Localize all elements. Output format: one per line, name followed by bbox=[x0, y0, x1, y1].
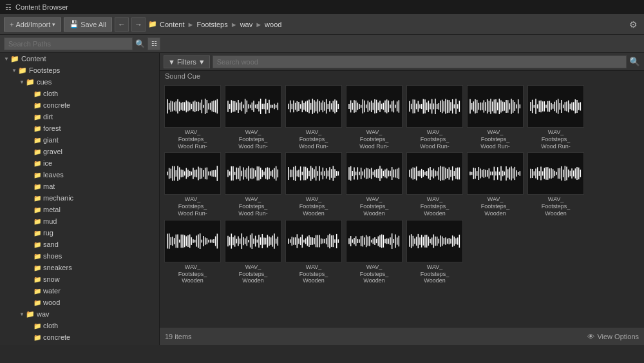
sidebar-label: Footsteps bbox=[29, 66, 60, 74]
folder-icon: 📁 bbox=[33, 90, 41, 97]
add-import-arrow: ▾ bbox=[52, 21, 55, 28]
sidebar-item-cues-giant[interactable]: 📁 giant bbox=[0, 134, 159, 146]
sound-cue-label: Sound Cue bbox=[160, 71, 644, 81]
sidebar-label: ice bbox=[43, 159, 52, 167]
asset-item[interactable]: WAV_ Footsteps_ Wood Run- bbox=[164, 152, 222, 217]
sidebar-item-cues-concrete[interactable]: 📁 concrete bbox=[0, 99, 159, 111]
save-all-button[interactable]: 💾 Save All bbox=[64, 17, 112, 32]
folder-icon: 📁 bbox=[33, 322, 41, 329]
sidebar-item-cues-mechanic[interactable]: 📁 mechanic bbox=[0, 192, 159, 204]
asset-item[interactable]: WAV_ Footsteps_ Wooden bbox=[345, 220, 403, 284]
asset-item[interactable]: WAV_ Footsteps_ Wood Run- bbox=[406, 85, 464, 150]
sidebar-label: cues bbox=[37, 78, 52, 86]
sidebar-item-wav-concrete[interactable]: 📁 concrete bbox=[0, 331, 159, 343]
search-paths-button[interactable]: 🔍 bbox=[135, 39, 145, 48]
sidebar-item-cues-cloth[interactable]: 📁 cloth bbox=[0, 88, 159, 99]
sidebar-label: wav bbox=[37, 310, 50, 318]
sidebar-item-wav-cloth[interactable]: 📁 cloth bbox=[0, 320, 159, 331]
sidebar-label: rug bbox=[43, 229, 53, 237]
sidebar-item-cues-leaves[interactable]: 📁 leaves bbox=[0, 169, 159, 181]
sidebar-item-cues-forest[interactable]: 📁 forest bbox=[0, 123, 159, 134]
sidebar-item-cues-sneakers[interactable]: 📁 sneakers bbox=[0, 262, 159, 273]
sidebar-label: concrete bbox=[43, 333, 70, 341]
asset-thumbnail bbox=[225, 220, 281, 262]
search-paths-input[interactable] bbox=[4, 37, 133, 50]
view-options-button[interactable]: 👁 View Options bbox=[587, 333, 639, 340]
search-content-input[interactable] bbox=[213, 55, 627, 68]
filters-dropdown[interactable]: ▼ Filters ▼ bbox=[164, 55, 210, 68]
sidebar-item-cues-gravel[interactable]: 📁 gravel bbox=[0, 146, 159, 157]
folder-icon: 📁 bbox=[33, 230, 41, 237]
sidebar-label: sneakers bbox=[43, 264, 72, 271]
asset-item[interactable]: WAV_ Footsteps_ Wood Run- bbox=[527, 85, 585, 150]
sidebar-item-cues-ice[interactable]: 📁 ice bbox=[0, 157, 159, 169]
sidebar-item-cues-rug[interactable]: 📁 rug bbox=[0, 227, 159, 239]
settings-button[interactable]: ⚙ bbox=[627, 18, 640, 31]
folder-icon: 📁 bbox=[18, 66, 27, 75]
asset-thumbnail bbox=[225, 85, 281, 128]
sidebar-label: cloth bbox=[43, 90, 58, 97]
asset-thumbnail bbox=[527, 85, 584, 128]
sidebar-item-cues-water[interactable]: 📁 water bbox=[0, 285, 159, 297]
asset-item[interactable]: WAV_ Footsteps_ Wooden bbox=[285, 220, 343, 284]
sidebar-label: wood bbox=[43, 299, 60, 306]
chevron-down-icon: ▼ bbox=[198, 58, 205, 66]
sidebar-item-cues-snow[interactable]: 📁 snow bbox=[0, 273, 159, 285]
asset-item[interactable]: WAV_ Footsteps_ Wood Run- bbox=[345, 85, 403, 150]
content-area: ▼ Filters ▼ 🔍 Sound Cue WAV_ Footsteps_ … bbox=[160, 53, 644, 345]
sidebar-label: dirt bbox=[43, 113, 53, 121]
sidebar-item-cues-mat[interactable]: 📁 mat bbox=[0, 181, 159, 192]
asset-thumbnail bbox=[467, 85, 524, 128]
add-import-button[interactable]: + Add/Import ▾ bbox=[4, 17, 61, 32]
sep2: ► bbox=[231, 21, 238, 28]
sidebar-item-wav[interactable]: ▼ 📁 wav bbox=[0, 308, 159, 320]
asset-item[interactable]: WAV_ Footsteps_ Wood Run- bbox=[466, 85, 524, 150]
sidebar-item-footsteps[interactable]: ▼ 📁 Footsteps bbox=[0, 64, 159, 76]
sidebar-label: mat bbox=[43, 182, 55, 190]
forward-button[interactable]: → bbox=[131, 17, 146, 32]
breadcrumb-wood[interactable]: wood bbox=[265, 21, 281, 28]
asset-item[interactable]: WAV_ Footsteps_ Wooden bbox=[345, 152, 403, 217]
asset-label: WAV_ Footsteps_ Wooden bbox=[406, 196, 463, 217]
back-button[interactable]: ← bbox=[115, 17, 129, 32]
sidebar-item-content[interactable]: ▼ 📁 Content bbox=[0, 53, 159, 64]
asset-item[interactable]: WAV_ Footsteps_ Wood Run- bbox=[285, 85, 343, 150]
folder-icon: 📁 bbox=[33, 148, 41, 155]
asset-item[interactable]: WAV_ Footsteps_ Wood Run- bbox=[164, 85, 222, 150]
asset-item[interactable]: WAV_ Footsteps_ Wooden bbox=[285, 152, 343, 217]
sidebar-item-cues-metal[interactable]: 📁 metal bbox=[0, 204, 159, 215]
asset-item[interactable]: WAV_ Footsteps_ Wooden bbox=[406, 152, 464, 217]
sidebar-label: mud bbox=[43, 217, 57, 225]
asset-item[interactable]: WAV_ Footsteps_ Wooden bbox=[406, 220, 464, 284]
breadcrumb-content[interactable]: Content bbox=[160, 21, 185, 28]
sidebar-label: cloth bbox=[43, 322, 58, 329]
asset-item[interactable]: WAV_ Footsteps_ Wood Run- bbox=[224, 152, 282, 217]
sidebar-item-cues-mud[interactable]: 📁 mud bbox=[0, 215, 159, 227]
sidebar-item-cues-sand[interactable]: 📁 sand bbox=[0, 239, 159, 250]
asset-label: WAV_ Footsteps_ Wood Run- bbox=[346, 129, 402, 150]
asset-label: WAV_ Footsteps_ Wooden bbox=[164, 264, 221, 284]
asset-label: WAV_ Footsteps_ Wood Run- bbox=[467, 129, 524, 150]
title-bar: ☶ Content Browser bbox=[0, 0, 644, 14]
sidebar-item-cues[interactable]: ▼ 📁 cues bbox=[0, 76, 159, 88]
asset-item[interactable]: WAV_ Footsteps_ Wooden bbox=[527, 152, 585, 217]
asset-thumbnail bbox=[164, 85, 221, 128]
sidebar: ▼ 📁 Content ▼ 📁 Footsteps ▼ 📁 cues 📁 clo… bbox=[0, 53, 160, 345]
search-content-button[interactable]: 🔍 bbox=[629, 57, 640, 66]
sidebar-item-cues-dirt[interactable]: 📁 dirt bbox=[0, 111, 159, 123]
breadcrumb-wav[interactable]: wav bbox=[240, 21, 253, 28]
asset-label: WAV_ Footsteps_ Wood Run- bbox=[406, 129, 463, 150]
asset-label: WAV_ Footsteps_ Wood Run- bbox=[225, 129, 281, 150]
folder-icon: 📁 bbox=[33, 241, 41, 248]
sidebar-item-cues-wood[interactable]: 📁 wood bbox=[0, 297, 159, 308]
grid-toggle-button[interactable]: ☷ bbox=[147, 37, 160, 50]
sidebar-item-cues-shoes[interactable]: 📁 shoes bbox=[0, 250, 159, 262]
asset-item[interactable]: WAV_ Footsteps_ Wooden bbox=[164, 220, 222, 284]
asset-item[interactable]: WAV_ Footsteps_ Wooden bbox=[466, 152, 524, 217]
asset-thumbnail bbox=[467, 152, 524, 195]
asset-item[interactable]: WAV_ Footsteps_ Wooden bbox=[224, 220, 282, 284]
breadcrumb-footsteps[interactable]: Footsteps bbox=[196, 21, 227, 28]
sidebar-item-wav-dirt[interactable]: 📁 dirt bbox=[0, 343, 159, 345]
item-count: 19 items bbox=[165, 333, 192, 340]
asset-item[interactable]: WAV_ Footsteps_ Wood Run- bbox=[224, 85, 282, 150]
